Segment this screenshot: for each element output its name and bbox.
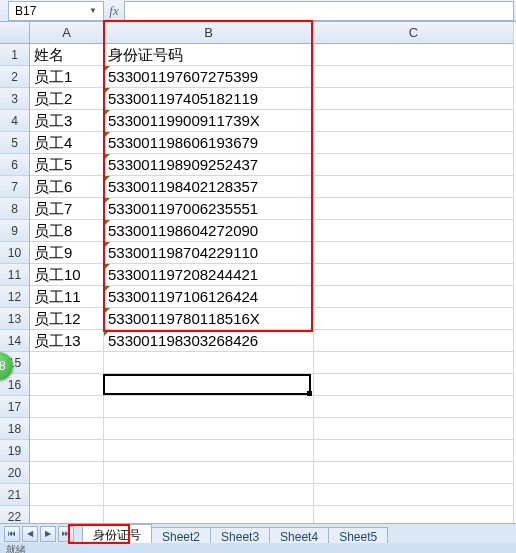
cell[interactable] [314,154,514,176]
cell[interactable] [314,286,514,308]
row-header[interactable]: 19 [0,440,29,462]
row-header[interactable]: 4 [0,110,29,132]
cell[interactable] [30,462,104,484]
cell[interactable] [104,418,314,440]
row-header[interactable]: 13 [0,308,29,330]
row-header[interactable]: 1 [0,44,29,66]
row-header[interactable]: 14 [0,330,29,352]
cell[interactable] [30,440,104,462]
row-header[interactable]: 5 [0,132,29,154]
cell[interactable]: 533001198402128357 [104,176,314,198]
cell[interactable] [104,396,314,418]
cell[interactable] [104,484,314,506]
cell[interactable]: 员工1 [30,66,104,88]
table-row: 员工10533001197208244421 [30,264,516,286]
cell[interactable]: 员工11 [30,286,104,308]
row-header[interactable]: 3 [0,88,29,110]
cell[interactable] [314,462,514,484]
tab-prev-button[interactable]: ◀ [22,526,38,542]
cell[interactable]: 53300119780118516X [104,308,314,330]
cell[interactable]: 姓名 [30,44,104,66]
row-header[interactable]: 21 [0,484,29,506]
cell[interactable] [104,374,314,396]
name-box-dropdown-icon[interactable]: ▼ [89,6,97,15]
cell[interactable] [314,308,514,330]
row-header[interactable]: 18 [0,418,29,440]
cell[interactable] [314,44,514,66]
select-all-corner[interactable] [0,22,29,44]
cell[interactable]: 533001197106126424 [104,286,314,308]
cell[interactable] [314,374,514,396]
cell[interactable]: 533001198604272090 [104,220,314,242]
cell[interactable] [314,110,514,132]
cell[interactable]: 53300119900911739X [104,110,314,132]
cell[interactable] [104,462,314,484]
cell[interactable]: 533001197006235551 [104,198,314,220]
cell[interactable] [104,352,314,374]
cell[interactable] [314,66,514,88]
fx-icon[interactable]: fx [104,3,124,19]
cell[interactable] [314,418,514,440]
cells-area[interactable]: 姓名身份证号码员工1533001197607275399员工2533001197… [30,44,516,528]
cell[interactable] [314,330,514,352]
cell[interactable]: 533001198303268426 [104,330,314,352]
row-header-gutter: 12345678910111213141516171819202122 [0,22,30,523]
cell[interactable] [104,440,314,462]
cell[interactable] [30,418,104,440]
column-header-C[interactable]: C [314,22,514,44]
formula-input[interactable] [124,1,514,21]
cell[interactable] [30,484,104,506]
cell[interactable]: 533001197208244421 [104,264,314,286]
table-row [30,396,516,418]
cell[interactable] [314,220,514,242]
row-header[interactable]: 8 [0,198,29,220]
cell[interactable]: 员工3 [30,110,104,132]
row-header[interactable]: 11 [0,264,29,286]
row-header[interactable]: 10 [0,242,29,264]
cell[interactable] [30,352,104,374]
column-header-B[interactable]: B [104,22,314,44]
cell[interactable] [314,132,514,154]
row-header[interactable]: 17 [0,396,29,418]
tab-last-button[interactable]: ⏭ [58,526,74,542]
row-header[interactable]: 12 [0,286,29,308]
cell[interactable]: 员工12 [30,308,104,330]
tab-first-button[interactable]: ⏮ [4,526,20,542]
cell[interactable] [314,242,514,264]
cell[interactable]: 533001198909252437 [104,154,314,176]
cell[interactable] [314,88,514,110]
cell[interactable]: 533001198606193679 [104,132,314,154]
cell[interactable]: 员工8 [30,220,104,242]
cell[interactable]: 员工9 [30,242,104,264]
cell[interactable] [314,352,514,374]
cell[interactable] [30,374,104,396]
cell[interactable] [30,396,104,418]
cell[interactable]: 533001197607275399 [104,66,314,88]
cell[interactable] [314,176,514,198]
cell[interactable] [314,484,514,506]
table-row: 员工8533001198604272090 [30,220,516,242]
cell[interactable]: 员工10 [30,264,104,286]
tab-next-button[interactable]: ▶ [40,526,56,542]
cell[interactable]: 员工5 [30,154,104,176]
column-header-A[interactable]: A [30,22,104,44]
cell[interactable] [314,440,514,462]
row-header[interactable]: 2 [0,66,29,88]
cell[interactable]: 533001198704229110 [104,242,314,264]
row-header[interactable]: 6 [0,154,29,176]
cell[interactable] [314,264,514,286]
text-stored-as-number-icon [104,88,110,94]
cell[interactable] [314,396,514,418]
cell[interactable]: 员工6 [30,176,104,198]
cell[interactable]: 身份证号码 [104,44,314,66]
cell[interactable] [314,198,514,220]
name-box[interactable]: B17 ▼ [8,1,104,21]
row-header[interactable]: 9 [0,220,29,242]
cell[interactable]: 员工13 [30,330,104,352]
cell[interactable]: 员工2 [30,88,104,110]
row-header[interactable]: 7 [0,176,29,198]
cell[interactable]: 员工7 [30,198,104,220]
cell[interactable]: 533001197405182119 [104,88,314,110]
row-header[interactable]: 20 [0,462,29,484]
cell[interactable]: 员工4 [30,132,104,154]
